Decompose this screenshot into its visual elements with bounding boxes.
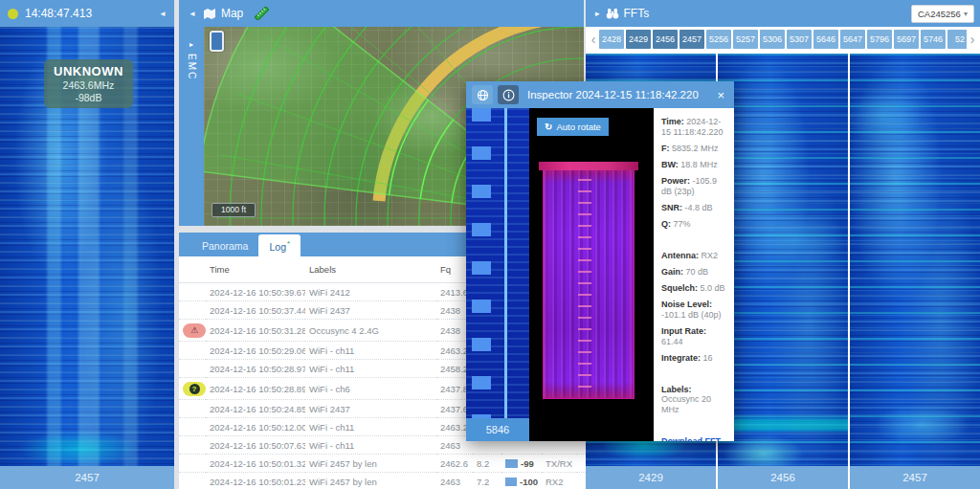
fft-tab-5697[interactable]: 5697 (894, 30, 919, 49)
signal-tooltip: UNKNOWN 2463.6MHz -98dB (44, 59, 133, 108)
tab-panorama[interactable]: Panorama (191, 235, 258, 256)
signal-tooltip-freq: 2463.6MHz (54, 79, 123, 91)
fft-waterfall-column-2457: 2457 (850, 54, 980, 489)
chevron-down-icon: ▾ (964, 10, 968, 18)
cell-time: 2024-12-16 10:50:01.237 (206, 473, 305, 489)
inspector-waterfall-label: 5846 (466, 418, 529, 441)
tab-log[interactable]: Log* (258, 234, 301, 257)
map-scale: 1000 ft (212, 203, 256, 217)
cell-icon: ⚠ (179, 320, 206, 342)
close-icon[interactable]: × (713, 88, 728, 102)
cell-icon (179, 473, 206, 489)
log-row[interactable]: 2024-12-16 10:50:01.321WiFi 2457 by len2… (179, 455, 586, 473)
inspector-field: BW: 18.8 MHz (661, 160, 726, 170)
channel-label: 2456 (718, 466, 848, 489)
power-bar (505, 459, 518, 468)
inspector-waterfall[interactable]: 5846 (466, 108, 529, 441)
cell-label: WiFi - ch11 (305, 418, 436, 436)
cell-time: 2024-12-16 10:50:01.321 (206, 455, 305, 473)
cell-time: 2024-12-16 10:50:29.060 (206, 342, 305, 360)
measure-tool-icon[interactable] (255, 7, 269, 20)
fft-tab-5257[interactable]: 5257 (733, 30, 758, 49)
fft-tab-5647[interactable]: 5647 (840, 30, 865, 49)
inspector-3d-view[interactable]: ↻ Auto rotate (529, 108, 654, 441)
fft-tab-5306[interactable]: 5306 (760, 30, 785, 49)
signal-tooltip-title: UNKNOWN (54, 64, 123, 78)
fft-3d-surface (543, 164, 635, 399)
map-back-arrow-icon[interactable]: ◄ (179, 10, 196, 18)
collapse-arrow-icon[interactable]: ◄ (159, 10, 174, 18)
fft-tab-5746[interactable]: 5746 (921, 30, 946, 49)
cell-caret (576, 455, 586, 473)
cell-bw: 8.2 (473, 455, 501, 473)
cell-power: -99 (501, 455, 542, 473)
map-layers-control[interactable] (210, 31, 224, 52)
fft-tab-2457[interactable]: 2457 (679, 30, 704, 49)
fft-tab-5307[interactable]: 5307 (787, 30, 812, 49)
cell-fq: 2462.6 (436, 455, 473, 473)
binoculars-icon (606, 8, 619, 19)
cell-icon (179, 418, 206, 436)
waterfall-display[interactable] (850, 54, 980, 466)
fft-tab-2428[interactable]: 2428 (599, 30, 624, 49)
preset-dropdown[interactable]: CA245256 ▾ (911, 5, 974, 23)
ffts-header: ▸ FFTs CA245256 ▾ (586, 0, 980, 27)
cell-label: WiFi 2437 (305, 400, 436, 418)
ffts-title: FFTs (624, 7, 650, 20)
log-tab-badge: * (287, 239, 290, 248)
cell-power: -100 (501, 473, 542, 489)
fft-tab-5646[interactable]: 5646 (813, 30, 838, 49)
fft-tab-5796[interactable]: 5796 (867, 30, 892, 49)
inspector-field: Time: 2024-12-15 11:18:42.220 (661, 117, 726, 138)
tabs-scroll-left-icon[interactable]: ‹ (588, 33, 599, 46)
inspector-body: 5846 ↻ Auto rotate Time: 2024-12-15 11:1… (466, 108, 734, 441)
inspector-field: Labels: Occusync 20 MHz (661, 385, 726, 416)
expand-arrow-icon[interactable]: ▸ (595, 9, 600, 18)
inspector-field: Antenna: RX2 (661, 251, 726, 261)
cell-label: WiFi 2437 (305, 301, 436, 320)
inspector-header[interactable]: Inspector 2024-12-15 11:18:42.220 × (466, 81, 734, 108)
cell-time: 2024-12-16 10:50:07.635 (206, 436, 305, 455)
cell-label: WiFi - ch6 (305, 378, 436, 400)
map-title: Map (221, 7, 243, 20)
cell-antenna: TX/RX (542, 455, 576, 473)
cell-time: 2024-12-16 10:50:39.676 (206, 283, 305, 301)
channel-label: 2457 (0, 466, 174, 489)
fft-tab-5256[interactable]: 5256 (706, 30, 731, 49)
channel-label: 2457 (850, 466, 980, 489)
log-row[interactable]: 2024-12-16 10:50:01.237WiFi 2457 by len2… (179, 473, 586, 489)
cell-icon: ? (179, 378, 206, 400)
fft-tab-2429[interactable]: 2429 (626, 30, 651, 49)
status-dot-icon (8, 9, 18, 19)
tabs-scroll-right-icon[interactable]: › (967, 33, 978, 46)
download-fft-link[interactable]: Download FFT (661, 436, 721, 441)
waterfall-display[interactable] (718, 54, 848, 466)
col-time: Time (206, 256, 305, 283)
inspector-details: Time: 2024-12-15 11:18:42.220F: 5835.2 M… (654, 108, 734, 441)
cell-label: WiFi - ch11 (305, 342, 436, 360)
map-icon (204, 9, 216, 19)
view-3d-button[interactable] (472, 85, 493, 104)
cell-fq: 2463 (436, 473, 473, 489)
fft-tab-strip-tabs: 2428242924562457525652575306530756465647… (599, 30, 967, 49)
fft-waterfall-column-2456: 2456 (718, 54, 848, 489)
alert-icon: ⚠ (183, 323, 206, 338)
info-button[interactable] (498, 85, 519, 104)
fft-tab-2456[interactable]: 2456 (653, 30, 678, 49)
cell-time: 2024-12-16 10:50:37.444 (206, 301, 305, 320)
panorama-waterfall[interactable]: UNKNOWN 2463.6MHz -98dB (0, 27, 174, 466)
inspector-field: Power: -105.9 dB (23p) (661, 176, 726, 197)
cell-icon (179, 342, 206, 360)
panorama-timestamp: 14:48:47.413 (25, 7, 92, 20)
fft-tab-52[interactable]: 52 (947, 30, 967, 49)
cell-icon (179, 360, 206, 378)
inspector-field: Input Rate: 61.44 (661, 326, 726, 347)
cell-label: Occusync 4 2.4G (305, 320, 436, 342)
emc-side-tab[interactable]: ▸ EMC (179, 27, 204, 226)
cell-antenna: RX2 (542, 473, 576, 489)
inspector-title: Inspector 2024-12-15 11:18:42.220 (527, 89, 699, 100)
cell-time: 2024-12-16 10:50:24.854 (206, 400, 305, 418)
auto-rotate-button[interactable]: ↻ Auto rotate (537, 118, 609, 136)
unknown-signal-icon: ? (183, 382, 206, 396)
emc-tab-label: EMC (187, 54, 197, 80)
